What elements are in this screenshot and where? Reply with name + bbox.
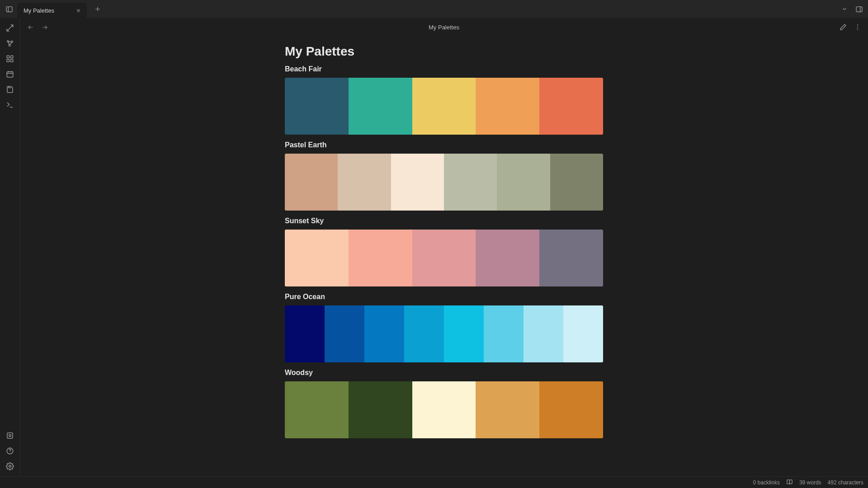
color-swatch[interactable]	[285, 154, 338, 211]
color-swatch[interactable]	[539, 78, 603, 135]
color-swatch[interactable]	[539, 381, 603, 438]
close-icon[interactable]	[75, 7, 82, 14]
new-tab-button[interactable]	[91, 3, 104, 15]
color-swatch[interactable]	[285, 305, 325, 362]
status-backlinks[interactable]: 0 backlinks	[753, 479, 780, 486]
titlebar: My Palettes	[0, 0, 868, 18]
color-swatch[interactable]	[476, 230, 539, 286]
color-swatch[interactable]	[285, 381, 349, 438]
status-words-label: 39 words	[799, 479, 821, 486]
vault-icon[interactable]	[3, 428, 17, 443]
palette-block: Sunset Sky	[285, 217, 603, 286]
palette-title: Pure Ocean	[285, 293, 603, 301]
svg-line-13	[10, 42, 12, 45]
color-swatch[interactable]	[338, 154, 391, 211]
color-swatch[interactable]	[285, 230, 349, 286]
tab-title: My Palettes	[24, 7, 54, 14]
palette-title: Pastel Earth	[285, 141, 603, 149]
swatch-row	[285, 230, 603, 286]
color-swatch[interactable]	[476, 78, 539, 135]
svg-rect-16	[7, 60, 9, 62]
palette-title: Woodsy	[285, 369, 603, 377]
more-options-icon[interactable]	[852, 21, 863, 33]
svg-line-12	[8, 42, 9, 45]
color-swatch[interactable]	[404, 305, 444, 362]
svg-rect-17	[10, 60, 13, 62]
color-swatch[interactable]	[412, 78, 476, 135]
reading-mode-icon[interactable]	[786, 479, 793, 486]
left-ribbon	[0, 18, 20, 476]
page-title: My Palettes	[285, 44, 603, 59]
edit-mode-icon[interactable]	[837, 21, 849, 33]
color-swatch[interactable]	[563, 305, 603, 362]
statusbar: 0 backlinks 39 words 492 characters	[0, 476, 868, 488]
color-swatch[interactable]	[444, 154, 497, 211]
color-swatch[interactable]	[412, 381, 476, 438]
svg-rect-23	[7, 433, 13, 438]
color-swatch[interactable]	[349, 230, 412, 286]
palette-title: Sunset Sky	[285, 217, 603, 225]
color-swatch[interactable]	[412, 230, 476, 286]
quick-switcher-icon[interactable]	[3, 21, 17, 35]
left-sidebar-toggle-icon[interactable]	[3, 3, 15, 15]
page-header: My Palettes	[20, 18, 868, 36]
palette-block: Beach Fair	[285, 65, 603, 135]
command-palette-icon[interactable]	[3, 98, 17, 112]
color-swatch[interactable]	[444, 305, 484, 362]
color-swatch[interactable]	[524, 305, 563, 362]
color-swatch[interactable]	[539, 230, 603, 286]
canvas-icon[interactable]	[3, 52, 17, 66]
color-swatch[interactable]	[364, 305, 404, 362]
swatch-row	[285, 78, 603, 135]
palette-block: Pure Ocean	[285, 293, 603, 362]
color-swatch[interactable]	[550, 154, 603, 211]
svg-rect-6	[856, 6, 862, 11]
templates-icon[interactable]	[3, 82, 17, 97]
status-chars[interactable]: 492 characters	[828, 479, 863, 486]
color-swatch[interactable]	[391, 154, 444, 211]
nav-forward-icon[interactable]	[39, 21, 51, 33]
right-sidebar-toggle-icon[interactable]	[853, 3, 865, 15]
status-words[interactable]: 39 words	[799, 479, 821, 486]
svg-rect-18	[7, 72, 13, 77]
svg-rect-14	[7, 56, 9, 58]
svg-point-24	[9, 435, 11, 437]
svg-point-30	[857, 24, 858, 25]
svg-point-32	[857, 29, 858, 30]
chevron-down-icon[interactable]	[838, 3, 851, 15]
color-swatch[interactable]	[484, 305, 524, 362]
status-chars-label: 492 characters	[828, 479, 863, 486]
color-swatch[interactable]	[476, 381, 539, 438]
color-swatch[interactable]	[349, 78, 412, 135]
svg-rect-15	[10, 56, 13, 58]
svg-rect-0	[6, 6, 12, 11]
help-icon[interactable]	[3, 444, 17, 458]
swatch-row	[285, 381, 603, 438]
svg-point-26	[9, 452, 10, 453]
daily-note-icon[interactable]	[3, 67, 17, 81]
palette-title: Beach Fair	[285, 65, 603, 73]
color-swatch[interactable]	[497, 154, 550, 211]
palette-block: Pastel Earth	[285, 141, 603, 211]
svg-point-27	[9, 465, 11, 468]
color-swatch[interactable]	[285, 78, 349, 135]
note-content[interactable]: My Palettes Beach FairPastel EarthSunset…	[285, 44, 603, 438]
color-swatch[interactable]	[349, 381, 412, 438]
swatch-row	[285, 305, 603, 362]
nav-back-icon[interactable]	[24, 21, 36, 33]
tab-active[interactable]: My Palettes	[17, 3, 87, 18]
swatch-row	[285, 154, 603, 211]
color-swatch[interactable]	[325, 305, 364, 362]
svg-point-31	[857, 27, 858, 28]
palette-block: Woodsy	[285, 369, 603, 438]
settings-icon[interactable]	[3, 459, 17, 474]
status-backlinks-label: 0 backlinks	[753, 479, 780, 486]
breadcrumb[interactable]: My Palettes	[53, 24, 835, 31]
graph-icon[interactable]	[3, 36, 17, 51]
